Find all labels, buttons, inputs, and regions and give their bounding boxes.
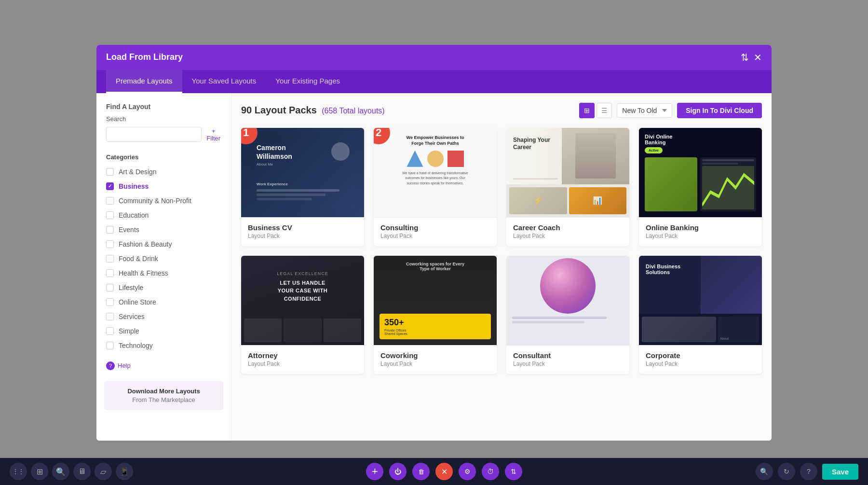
card-business-cv[interactable]: 1 CameronWilliamson About Me Work Experi… xyxy=(241,128,364,246)
card-image-attorney: Legal Excellence LET US HANDLEYOUR CASE … xyxy=(241,256,364,345)
corporate-bottom-blocks: About xyxy=(639,314,762,345)
category-label-services: Services xyxy=(119,313,145,320)
tab-saved-layouts[interactable]: Your Saved Layouts xyxy=(182,70,266,93)
card-coworking[interactable]: Coworking spaces for EveryType of Worker… xyxy=(374,256,497,374)
card-consulting[interactable]: 2 We Empower Businesses toForge Their Ow… xyxy=(374,128,497,246)
toolbar-delete-button[interactable]: 🗑 xyxy=(412,463,430,480)
career-coach-bottom-blocks: ⚡ 📊 xyxy=(506,184,629,217)
category-business[interactable]: ✓ Business xyxy=(96,179,231,194)
card-image-consultant xyxy=(506,256,629,345)
card-name-consulting: Consulting xyxy=(380,223,490,232)
category-check-food xyxy=(106,255,114,263)
search-box: Search + Filter xyxy=(96,115,231,150)
category-health-fitness[interactable]: Health & Fitness xyxy=(96,266,231,280)
career-coach-title: Shaping YourCareer xyxy=(513,137,550,152)
save-button[interactable]: Save xyxy=(822,464,858,480)
modal-overlay: Load From Library ⇅ ✕ Premade Layouts Yo… xyxy=(0,0,868,485)
toolbar-grid-button[interactable]: ⊞ xyxy=(31,463,48,480)
toolbar-desktop-button[interactable]: 🖥 xyxy=(73,463,91,480)
badge-2: 2 xyxy=(374,128,390,144)
category-lifestyle[interactable]: Lifestyle xyxy=(96,280,231,295)
total-layouts: (658 Total layouts) xyxy=(322,107,384,115)
tab-premade-layouts[interactable]: Premade Layouts xyxy=(106,70,182,93)
category-check-education xyxy=(106,211,114,219)
tab-existing-pages[interactable]: Your Existing Pages xyxy=(266,70,350,93)
category-check-lifestyle xyxy=(106,284,114,291)
category-label-events: Events xyxy=(119,226,139,234)
card-online-banking[interactable]: Divi OnlineBanking Active xyxy=(639,128,762,246)
packs-count: 90 Layout Packs xyxy=(241,105,317,115)
category-events[interactable]: Events xyxy=(96,222,231,237)
card-info-consulting: Consulting Layout Pack xyxy=(374,217,497,246)
list-view-button[interactable]: ☰ xyxy=(597,103,612,118)
help-button[interactable]: ? Help xyxy=(96,357,231,375)
toolbar-refresh-button[interactable]: ↻ xyxy=(778,463,795,480)
toolbar-close-button[interactable]: ✕ xyxy=(435,463,453,480)
category-technology[interactable]: Technology xyxy=(96,338,231,353)
category-community-nonprofit[interactable]: Community & Non-Profit xyxy=(96,194,231,208)
category-online-store[interactable]: Online Store xyxy=(96,295,231,309)
corporate-right-panel xyxy=(701,256,762,314)
sidebar: Find A Layout Search + Filter Categories… xyxy=(96,93,231,441)
card-corporate[interactable]: Divi BusinessSolutions About xyxy=(639,256,762,374)
toolbar-zoom-button[interactable]: 🔍 xyxy=(756,463,773,480)
card-consultant[interactable]: Consultant Layout Pack xyxy=(506,256,629,374)
biz-cv-photo xyxy=(331,142,350,161)
toolbar-dots-button[interactable]: ⋮⋮ xyxy=(10,463,27,480)
ob-badge: Active xyxy=(645,147,663,153)
help-label: Help xyxy=(118,362,131,369)
category-label-fashion: Fashion & Beauty xyxy=(119,240,172,248)
modal-header: Load From Library ⇅ ✕ xyxy=(96,45,772,70)
attorney-bottom-blocks xyxy=(241,319,364,345)
reorder-button[interactable]: ⇅ xyxy=(741,52,749,63)
packs-count-container: 90 Layout Packs (658 Total layouts) xyxy=(241,105,385,116)
categories-title: Categories xyxy=(96,150,231,165)
category-label-health: Health & Fitness xyxy=(119,269,168,277)
card-image-online-banking: Divi OnlineBanking Active xyxy=(639,128,762,217)
sign-in-button[interactable]: Sign In To Divi Cloud xyxy=(677,103,762,118)
category-simple[interactable]: Simple xyxy=(96,324,231,338)
toolbar-right: 🔍 ↻ ? Save xyxy=(756,463,858,480)
sort-select[interactable]: New To Old Old To New xyxy=(617,103,672,118)
toolbar-add-button[interactable]: + xyxy=(366,463,383,480)
cards-grid: 1 CameronWilliamson About Me Work Experi… xyxy=(241,128,762,374)
category-label-technology: Technology xyxy=(119,342,153,349)
consulting-headline: We Empower Businesses toForge Their Own … xyxy=(407,135,464,147)
ob-title: Divi OnlineBanking xyxy=(645,134,756,145)
card-career-coach[interactable]: Shaping YourCareer ⚡ 📊 xyxy=(506,128,629,246)
category-food-drink[interactable]: Food & Drink xyxy=(96,251,231,266)
card-info-online-banking: Online Banking Layout Pack xyxy=(639,217,762,246)
card-image-corporate: Divi BusinessSolutions About xyxy=(639,256,762,345)
category-check-community xyxy=(106,197,114,205)
category-art-design[interactable]: Art & Design xyxy=(96,165,231,179)
card-type-online-banking: Layout Pack xyxy=(646,233,755,239)
find-layout-title: Find A Layout xyxy=(96,103,231,115)
toolbar-center: + ⏻ 🗑 ✕ ⚙ ⏱ ⇅ xyxy=(366,463,522,480)
card-name-consultant: Consultant xyxy=(513,351,623,360)
category-services[interactable]: Services xyxy=(96,309,231,324)
consultant-service-list xyxy=(506,314,629,326)
card-attorney[interactable]: Legal Excellence LET US HANDLEYOUR CASE … xyxy=(241,256,364,374)
category-education[interactable]: Education xyxy=(96,208,231,222)
category-fashion-beauty[interactable]: Fashion & Beauty xyxy=(96,237,231,251)
filter-button[interactable]: + Filter xyxy=(205,125,221,144)
card-type-career-coach: Layout Pack xyxy=(513,233,623,239)
toolbar-help-button[interactable]: ? xyxy=(800,463,817,480)
card-info-career-coach: Career Coach Layout Pack xyxy=(506,217,629,246)
category-label-art-design: Art & Design xyxy=(119,168,157,176)
toolbar-reorder-button[interactable]: ⇅ xyxy=(505,463,522,480)
search-input[interactable] xyxy=(106,127,202,142)
toolbar-mobile-button[interactable]: 📱 xyxy=(116,463,133,480)
toolbar-search-button[interactable]: 🔍 xyxy=(52,463,69,480)
grid-view-button[interactable]: ⊞ xyxy=(579,103,595,118)
card-info-consultant: Consultant Layout Pack xyxy=(506,345,629,374)
toolbar-power-button[interactable]: ⏻ xyxy=(389,463,407,480)
card-name-attorney: Attorney xyxy=(248,351,357,360)
consultant-sphere xyxy=(540,258,596,314)
toolbar-tablet-button[interactable]: ▱ xyxy=(95,463,112,480)
close-modal-button[interactable]: ✕ xyxy=(754,52,762,63)
toolbar-settings-button[interactable]: ⚙ xyxy=(459,463,476,480)
toolbar-history-button[interactable]: ⏱ xyxy=(482,463,499,480)
download-box[interactable]: Download More Layouts From The Marketpla… xyxy=(104,381,223,410)
modal-body: Find A Layout Search + Filter Categories… xyxy=(96,93,772,441)
